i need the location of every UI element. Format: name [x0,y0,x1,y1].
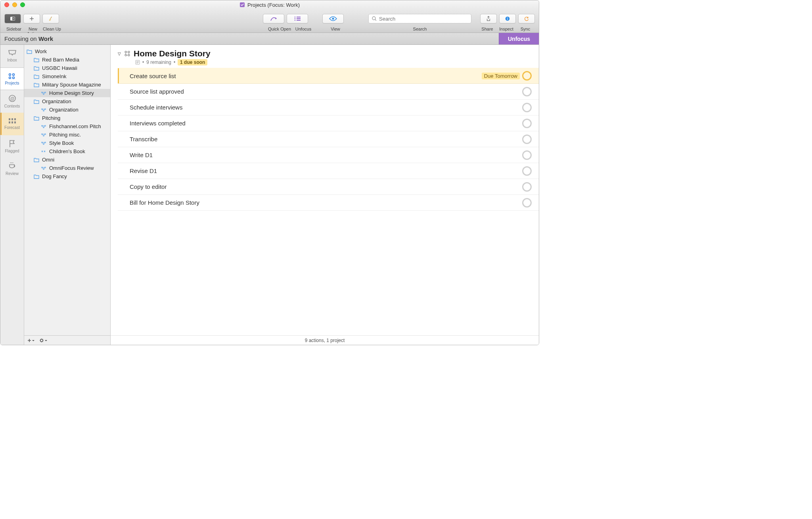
tree-item[interactable]: Dog Fancy [24,172,110,181]
svg-point-37 [43,135,44,136]
search-icon [372,16,377,21]
project-icon [41,108,47,112]
svg-point-39 [45,142,46,143]
inspect-button[interactable] [499,14,516,23]
task-row[interactable]: Copy to editor [118,179,539,195]
tree-item[interactable]: Military Spouse Magazine [24,81,110,89]
svg-rect-25 [14,121,16,123]
tree-item[interactable]: Red Barn Media [24,56,110,64]
svg-point-31 [43,110,44,111]
tree-item[interactable]: Fishchannel.com Pitch [24,122,110,131]
tree-item[interactable]: Organization [24,106,110,114]
status-circle[interactable] [522,135,532,144]
status-circle[interactable] [522,87,532,96]
perspective-forecast-label: Forecast [4,125,20,130]
due-tag: Due Tomorrow [482,73,520,79]
tree-item[interactable]: SimoneInk [24,72,110,81]
project-tree-sidebar: WorkRed Barn MediaUSGBC HawaiiSimoneInkM… [24,45,111,345]
task-row[interactable]: Source list approved [118,84,539,100]
status-circle[interactable] [522,182,532,192]
project-icon [41,133,47,137]
svg-rect-8 [297,20,301,21]
tree-item[interactable]: Style Book [24,139,110,147]
perspective-inbox[interactable]: Inbox [0,45,24,67]
status-circle[interactable] [522,166,532,176]
task-row[interactable]: Schedule interviews [118,100,539,115]
tree-item[interactable]: OmniFocus Review [24,164,110,172]
share-icon [486,15,491,22]
due-soon-pill: 1 due soon [178,59,207,65]
task-row[interactable]: Interviews completed [118,115,539,131]
status-circle[interactable] [522,119,532,128]
sync-button[interactable] [518,14,535,23]
disclosure-triangle-icon[interactable]: ▽ [118,52,121,56]
settings-button[interactable] [39,338,47,343]
unfocus-label: Unfocus [291,27,315,31]
remaining-count: 9 remaining [146,60,171,65]
task-row[interactable]: Transcribe [118,131,539,147]
perspective-review[interactable]: Review [0,158,24,181]
tree-item[interactable]: USGBC Hawaii [24,64,110,72]
view-button[interactable] [322,14,344,23]
tree-label: OmniFocus Review [49,165,94,171]
perspective-contexts[interactable]: @ Contexts [0,90,24,113]
task-row[interactable]: Write D1 [118,147,539,163]
svg-point-46 [128,51,130,53]
status-circle[interactable] [522,150,532,160]
focus-bar: Focusing on Work Unfocus [0,33,539,45]
unfocus-action-button[interactable]: Unfocus [499,33,539,44]
new-action-button[interactable] [23,14,40,23]
zoom-window-button[interactable] [20,2,25,7]
perspective-flagged[interactable]: Flagged [0,135,24,158]
status-circle[interactable] [522,103,532,112]
task-row[interactable]: Revise D1 [118,163,539,179]
add-button[interactable] [27,338,34,343]
tree-item[interactable]: Pitching [24,114,110,122]
clean-up-button[interactable] [42,14,59,23]
unfocus-button[interactable] [287,14,308,23]
task-row[interactable]: Bill for Home Design Story [118,195,539,211]
perspective-inbox-label: Inbox [7,58,17,62]
task-row[interactable]: Create source listDue Tomorrow [118,68,539,84]
search-input[interactable] [379,16,468,22]
svg-point-5 [295,18,295,19]
sidebar-toggle-button[interactable] [4,14,21,23]
sidebar-label: Sidebar [4,27,23,31]
status-circle[interactable] [522,198,532,208]
tree-item[interactable]: Pitching misc. [24,131,110,139]
close-window-button[interactable] [4,2,9,7]
tree-item[interactable]: Children's Book [24,147,110,156]
eye-icon [329,16,337,21]
quick-open-label: Quick Open [268,27,291,31]
tree-root-work[interactable]: Work [24,47,110,56]
svg-point-44 [40,339,43,342]
note-icon[interactable] [135,60,140,65]
task-title: Transcribe [130,136,522,142]
coffee-icon [8,162,17,170]
task-title: Source list approved [130,88,522,95]
tree-item[interactable]: Organization [24,97,110,106]
svg-point-3 [295,17,295,17]
tree-label: SimoneInk [42,73,66,79]
folder-icon [34,66,40,71]
svg-point-43 [43,168,44,169]
share-button[interactable] [480,14,497,23]
status-circle[interactable] [522,71,532,81]
project-icon [41,166,47,170]
window-titlebar: Projects (Focus: Work) [0,0,539,9]
quick-open-button[interactable] [263,14,284,23]
inbox-icon [8,50,17,57]
svg-rect-22 [14,118,16,120]
tree-label: Pitching misc. [49,132,81,138]
perspective-projects[interactable]: Projects [0,67,24,90]
svg-point-41 [42,167,43,168]
minimize-window-button[interactable] [12,2,17,7]
tree-label: Dog Fancy [42,173,67,179]
contexts-icon: @ [8,94,17,103]
tree-item[interactable]: Home Design Story [24,89,110,97]
tree-item[interactable]: Omni [24,156,110,164]
broom-icon [48,15,53,22]
search-field[interactable] [368,14,471,23]
project-icon [41,141,47,145]
perspective-forecast[interactable]: Forecast [0,113,24,135]
